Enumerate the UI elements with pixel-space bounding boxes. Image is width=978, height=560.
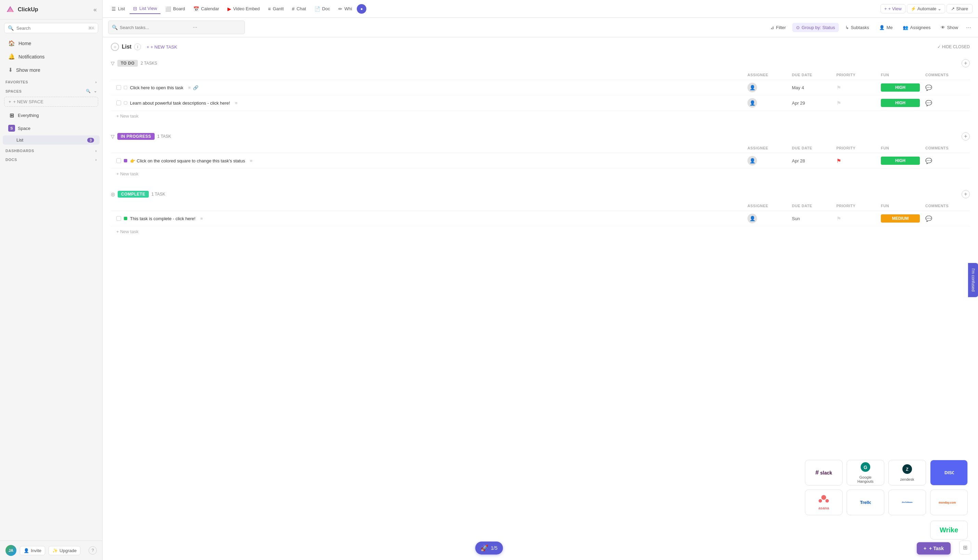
task-due-date[interactable]: May 4 (789, 84, 834, 92)
complete-new-task-row[interactable]: + New task (111, 226, 970, 237)
inprogress-new-task-row[interactable]: + New task (111, 168, 970, 179)
integration-jira[interactable]: Jira Software (888, 490, 926, 515)
task-priority-cell[interactable]: ⚑ (834, 83, 878, 92)
filter-button[interactable]: ⊿ Filter (767, 23, 789, 32)
comment-icon[interactable]: 💬 (925, 85, 932, 91)
task-search-input[interactable] (120, 25, 188, 30)
task-menu-icon[interactable]: ≡ (188, 85, 191, 90)
list-info-button[interactable]: i (134, 43, 141, 50)
complete-status-badge[interactable]: COMPLETE (118, 191, 149, 198)
todo-section-toggle[interactable]: ▽ (111, 60, 115, 66)
assignees-button[interactable]: 👥 Assignees (899, 23, 934, 32)
nav-tab-whi[interactable]: ✏ Whi (335, 4, 355, 14)
todo-status-badge[interactable]: TO DO (117, 60, 138, 67)
integration-asana[interactable]: asana (805, 490, 843, 515)
nav-indicator-dot[interactable]: ● (357, 4, 366, 14)
todo-add-button[interactable]: + (961, 59, 970, 67)
sidebar-collapse-button[interactable]: « (93, 6, 97, 13)
integration-trello[interactable]: Trello (847, 490, 884, 515)
task-due-date[interactable]: Sun (789, 215, 834, 223)
nav-tab-chat[interactable]: # Chat (289, 4, 309, 14)
task-menu-icon[interactable]: ≡ (250, 158, 252, 163)
sidebar-item-home[interactable]: 🏠 Home (3, 37, 100, 49)
add-view-button[interactable]: + + View (881, 4, 906, 13)
nav-tab-doc[interactable]: 📄 Doc (311, 4, 334, 14)
task-comment-cell[interactable]: 💬 (923, 156, 967, 165)
automate-button[interactable]: ⚡ Automate ⌄ (907, 4, 946, 13)
add-task-fab[interactable]: + + Task (917, 542, 951, 555)
new-space-button[interactable]: + + NEW SPACE (4, 97, 98, 107)
nav-tab-board[interactable]: ⬜ Board (162, 4, 189, 14)
avatar[interactable]: JA (5, 545, 17, 556)
me-button[interactable]: 👤 Me (875, 23, 896, 32)
docs-section-header[interactable]: DOCS › (0, 154, 102, 163)
nav-tab-video-embed[interactable]: ▶ Video Embed (224, 4, 264, 14)
task-checkbox[interactable] (116, 100, 121, 105)
task-priority-cell[interactable]: ⚑ (834, 156, 878, 165)
hide-closed-button[interactable]: ✓ HIDE CLOSED (937, 45, 970, 49)
table-row[interactable]: Learn about powerful task descriptions -… (111, 95, 970, 111)
comment-icon[interactable]: 💬 (925, 100, 932, 106)
spaces-search-icon[interactable]: 🔍 (86, 89, 91, 93)
table-row[interactable]: Click here to open this task ≡ 🔗 👤 May 4… (111, 80, 970, 95)
group-by-button[interactable]: ⊙ Group by: Status (792, 23, 839, 32)
grid-view-button[interactable]: ⊞ (959, 540, 971, 555)
task-fun-cell[interactable]: MEDIUM (878, 213, 923, 224)
task-menu-icon[interactable]: ≡ (200, 216, 203, 221)
integration-wrike[interactable]: Wrike (930, 521, 968, 540)
assignee-avatar[interactable]: 👤 (748, 83, 757, 92)
task-comment-cell[interactable]: 💬 (923, 214, 967, 223)
task-fun-cell[interactable]: HIGH (878, 155, 923, 166)
task-comment-cell[interactable]: 💬 (923, 98, 967, 108)
sidebar-item-everything[interactable]: ⊞ Everything (3, 109, 100, 121)
task-search-bar[interactable]: 🔍 ··· (108, 20, 245, 34)
comment-icon[interactable]: 💬 (925, 216, 932, 222)
integration-google-hangouts[interactable]: G Google Hangouts (847, 460, 884, 485)
nav-tab-list-view[interactable]: ⊟ List View (130, 4, 160, 14)
sidebar-item-show-more[interactable]: ⬇ Show more (3, 64, 100, 76)
new-task-header-button[interactable]: + + NEW TASK (144, 43, 180, 51)
task-checkbox[interactable] (116, 158, 121, 163)
show-button[interactable]: 👁 Show (937, 23, 962, 32)
sidebar-item-notifications[interactable]: 🔔 Notifications (3, 51, 100, 63)
task-due-date[interactable]: Apr 28 (789, 157, 834, 165)
task-fun-cell[interactable]: HIGH (878, 97, 923, 108)
sidebar-item-space[interactable]: S Space (3, 122, 100, 134)
task-due-date[interactable]: Apr 29 (789, 99, 834, 107)
spaces-expand-icon[interactable]: ⌄ (94, 89, 97, 93)
complete-add-button[interactable]: + (961, 190, 970, 198)
progress-button[interactable]: 🚀 1/5 (475, 542, 503, 555)
task-priority-cell[interactable]: ⚑ (834, 98, 878, 108)
comment-icon[interactable]: 💬 (925, 158, 932, 164)
invite-button[interactable]: 👤 Invite (20, 546, 45, 555)
nav-tab-calendar[interactable]: 📅 Calendar (190, 4, 223, 14)
complete-section-toggle[interactable]: ◎ (111, 192, 115, 197)
dashboards-section-header[interactable]: DASHBOARDS › (0, 145, 102, 154)
favorites-expand-icon[interactable]: › (95, 80, 97, 84)
confused-tab[interactable]: I'm confused (968, 263, 978, 297)
sidebar-item-list[interactable]: List 3 (3, 135, 100, 145)
nav-tab-gantt[interactable]: ≡ Gantt (264, 4, 287, 14)
search-options-button[interactable]: ··· (190, 23, 200, 32)
upgrade-button[interactable]: ✨ Upgrade (48, 546, 80, 555)
inprogress-status-badge[interactable]: IN PROGRESS (117, 133, 155, 140)
table-row[interactable]: 👉 Click on the colored square to change … (111, 153, 970, 168)
task-checkbox[interactable] (116, 216, 121, 221)
nav-tab-list[interactable]: ☰ List (108, 4, 128, 14)
task-menu-icon[interactable]: ≡ (235, 100, 238, 106)
task-fun-cell[interactable]: HIGH (878, 82, 923, 93)
task-comment-cell[interactable]: 💬 (923, 83, 967, 92)
toolbar-more-button[interactable]: ··· (965, 24, 973, 31)
todo-new-task-row[interactable]: + New task (111, 111, 970, 122)
integration-monday[interactable]: monday.com (930, 490, 968, 515)
integration-zendesk[interactable]: Z zendesk (888, 460, 926, 485)
inprogress-section-toggle[interactable]: ▽ (111, 134, 115, 139)
logo-area[interactable]: ClickUp (5, 5, 38, 14)
assignee-avatar[interactable]: 👤 (748, 98, 757, 108)
task-priority-cell[interactable]: ⚑ (834, 214, 878, 223)
subtasks-button[interactable]: ↳ Subtasks (841, 23, 873, 32)
task-attach-icon[interactable]: 🔗 (193, 85, 199, 90)
integration-slack[interactable]: # slack (805, 460, 843, 485)
sidebar-search-bar[interactable]: 🔍 ⌘K (4, 23, 98, 33)
inprogress-add-button[interactable]: + (961, 132, 970, 140)
